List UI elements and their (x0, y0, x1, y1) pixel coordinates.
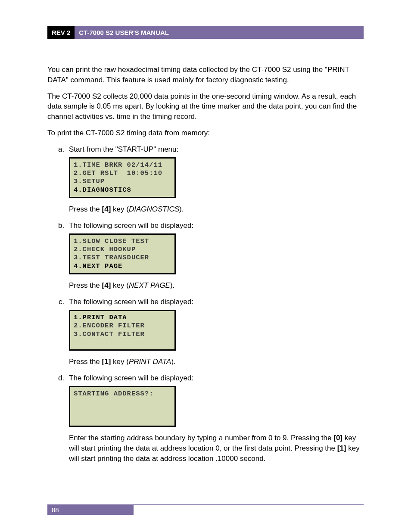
lcd-screen-address: STARTING ADDRESS?: (69, 386, 176, 427)
page: REV 2 CT-7000 S2 USER'S MANUAL You can p… (0, 0, 411, 532)
step-d-text: The following screen will be displayed: (69, 374, 193, 382)
lcd-line (74, 339, 171, 347)
lcd-line: 2.GET RSLT 10:05:10 (74, 169, 171, 177)
lcd-line-selected: 1.PRINT DATA (74, 314, 171, 322)
press-option: PRINT DATA (129, 358, 171, 366)
lcd-line: 1.TIME BRKR 02/14/11 (74, 161, 171, 169)
key-label: [4] (102, 205, 111, 213)
press-option: NEXT PAGE (129, 281, 170, 289)
lcd-line: 3.TEST TRANSDUCER (74, 254, 171, 262)
content: You can print the raw hexadecimal timing… (47, 65, 364, 504)
lcd-line: STARTING ADDRESS?: (74, 390, 171, 398)
step-b-text: The following screen will be displayed: (69, 221, 193, 230)
key-label: [0] (333, 434, 342, 442)
step-d-tail: Enter the starting address boundary by t… (69, 433, 364, 464)
steps-list: Start from the "START-UP" menu: 1.TIME B… (47, 144, 364, 464)
lcd-line-selected: 4.DIAGNOSTICS (74, 186, 171, 194)
step-d: The following screen will be displayed: … (66, 373, 364, 464)
lcd-screen-diagnostics: 1.SLOW CLOSE TEST 2.CHECK HOOKUP 3.TEST … (69, 233, 176, 275)
footer-line (134, 504, 364, 515)
press-text: ). (179, 205, 184, 213)
lcd-line: 2.CHECK HOOKUP (74, 246, 171, 254)
lcd-line: 3.CONTACT FILTER (74, 330, 171, 339)
press-text: Press the (69, 205, 102, 213)
tail-text: Enter the starting address boundary by t… (69, 434, 333, 442)
step-b: The following screen will be displayed: … (66, 221, 364, 291)
step-c-text: The following screen will be displayed: (69, 298, 193, 306)
press-option: DIAGNOSTICS (129, 205, 179, 213)
lcd-screen-nextpage: 1.PRINT DATA 2.ENCODER FILTER 3.CONTACT … (69, 310, 176, 351)
page-number: 88 (47, 504, 134, 515)
lcd-line (74, 407, 171, 415)
press-text: ). (171, 358, 175, 366)
intro-paragraph-1: You can print the raw hexadecimal timing… (47, 65, 364, 85)
header-bar: REV 2 CT-7000 S2 USER'S MANUAL (47, 26, 364, 39)
intro-paragraph-3: To print the CT-7000 S2 timing data from… (47, 128, 364, 138)
lcd-line: 1.SLOW CLOSE TEST (74, 237, 171, 246)
key-label: [1] (102, 358, 111, 366)
press-text: Press the (69, 358, 102, 366)
step-a: Start from the "START-UP" menu: 1.TIME B… (66, 144, 364, 215)
header-title: CT-7000 S2 USER'S MANUAL (75, 26, 364, 39)
press-text: Press the (69, 281, 102, 289)
lcd-line (74, 398, 171, 406)
key-label: [1] (337, 444, 346, 452)
step-a-text: Start from the "START-UP" menu: (69, 145, 178, 153)
lcd-line: 2.ENCODER FILTER (74, 322, 171, 330)
press-text: key ( (111, 358, 129, 366)
press-text: key ( (111, 281, 129, 289)
step-c: The following screen will be displayed: … (66, 297, 364, 367)
step-b-press: Press the [4] key (NEXT PAGE). (69, 280, 364, 291)
intro-paragraph-2: The CT-7000 S2 collects 20,000 data poin… (47, 91, 364, 122)
step-c-press: Press the [1] key (PRINT DATA). (69, 357, 364, 367)
footer-bar: 88 (47, 504, 364, 515)
lcd-screen-startup: 1.TIME BRKR 02/14/11 2.GET RSLT 10:05:10… (69, 157, 176, 199)
step-a-press: Press the [4] key (DIAGNOSTICS). (69, 204, 364, 215)
press-text: key ( (111, 205, 129, 213)
press-text: ). (170, 281, 174, 289)
lcd-line-selected: 4.NEXT PAGE (74, 262, 171, 271)
key-label: [4] (102, 281, 111, 289)
lcd-line (74, 415, 171, 423)
lcd-line: 3.SETUP (74, 177, 171, 186)
header-rev: REV 2 (47, 26, 75, 39)
